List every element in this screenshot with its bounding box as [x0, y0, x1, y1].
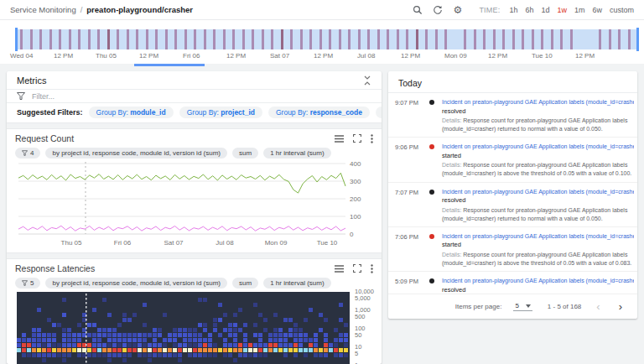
collapse-panel-icon[interactable] — [363, 75, 371, 86]
timeline-activity-bar — [444, 29, 447, 49]
incident-item: 9:06 PM Incident on preaton-playground G… — [388, 138, 637, 182]
suggested-filters-label: Suggested Filters: — [17, 108, 83, 117]
incident-status-dot — [429, 234, 434, 239]
incident-body: Incident on preaton-playground GAE Appli… — [442, 143, 634, 178]
x-axis-tick: Jul 08 — [216, 239, 234, 247]
request-count-chart[interactable]: 400 300 200 100 0 Thu 05 Fri 06 Sat 07 J… — [15, 160, 373, 251]
incident-status-word: resolved — [442, 196, 634, 205]
groupby-chip[interactable]: by project id, response code, module id,… — [45, 278, 227, 289]
incident-link[interactable]: Incident on preaton-playground GAE Appli… — [442, 143, 634, 152]
timeline-activity-bar — [416, 29, 418, 49]
timeline-right-handle[interactable] — [636, 28, 639, 51]
incident-link[interactable]: Incident on preaton-playground GAE Appli… — [442, 188, 634, 197]
y-axis-tick: 300 — [350, 178, 361, 185]
latency-heatmap[interactable]: 10,0005,0001,000500100501051 — [15, 292, 373, 364]
timeline-activity-bar — [367, 29, 370, 49]
time-range-1d[interactable]: 1d — [541, 6, 549, 14]
incident-item: 9:07 PM Incident on preaton-playground G… — [388, 93, 637, 138]
section-divider — [7, 122, 382, 129]
timeline-tick-label: Jul 08 — [357, 52, 375, 60]
timeline-activity-bar — [532, 29, 534, 49]
group-by-version-id-chip[interactable]: Group By: version_id — [376, 107, 382, 118]
refresh-icon[interactable] — [432, 4, 443, 15]
more-options-kebab-icon[interactable] — [371, 264, 373, 273]
search-icon[interactable] — [412, 4, 423, 15]
legend-list-icon[interactable] — [335, 135, 344, 143]
timeline-activity-bar — [628, 29, 631, 49]
fullscreen-icon[interactable] — [353, 134, 361, 143]
incidents-title: Today — [398, 78, 422, 88]
incident-status-dot — [429, 190, 434, 195]
timeline-activity-bar — [319, 29, 322, 49]
timeline-activity-bar — [397, 29, 399, 49]
filter-count-chip[interactable]: 4 — [15, 148, 40, 159]
more-options-kebab-icon[interactable] — [371, 134, 373, 143]
incident-dot-cell — [427, 277, 442, 294]
time-range-6h[interactable]: 6h — [525, 6, 533, 14]
time-range-custom[interactable]: custom — [610, 6, 634, 14]
timeline-activity-bar — [309, 29, 312, 49]
page-size-select[interactable]: 5 — [513, 302, 532, 311]
timeline-tick-label: 12 PM — [314, 52, 333, 60]
filter-count-chip[interactable]: 5 — [15, 278, 40, 289]
timeline-tick-label: 12 PM — [139, 52, 158, 60]
timeline-strip[interactable] — [15, 29, 639, 49]
breadcrumb-service-monitoring[interactable]: Service Monitoring — [10, 5, 76, 14]
aggregation-chip[interactable]: sum — [232, 278, 258, 289]
timeline-activity-bar — [281, 29, 283, 49]
timeline-activity-bar — [146, 29, 148, 49]
groupby-chip[interactable]: by project id, response code, module id,… — [45, 148, 227, 159]
y-axis-tick: 0 — [350, 231, 354, 238]
next-page-button[interactable]: › — [615, 301, 626, 312]
timeline-activity-bar — [502, 29, 505, 49]
time-range-1h[interactable]: 1h — [509, 6, 517, 14]
scroll-indicator[interactable] — [134, 64, 205, 66]
fullscreen-icon[interactable] — [353, 264, 361, 273]
metrics-title: Metrics — [17, 75, 46, 86]
timeline-activity-bar — [406, 29, 408, 49]
x-axis-tick: Thu 05 — [61, 239, 82, 247]
incident-time: 5:09 PM — [395, 277, 427, 294]
timeline-activity-bar — [271, 29, 273, 49]
interval-chip[interactable]: 1 hr interval (sum) — [263, 278, 330, 289]
settings-gear-icon[interactable]: ⚙ — [452, 4, 463, 15]
timeline-activity-bar — [358, 29, 361, 49]
incident-link[interactable]: Incident on preaton-playground GAE Appli… — [442, 277, 634, 286]
timeline-tick-label: 12 PM — [226, 52, 246, 60]
timeline-activity-bar — [464, 29, 466, 49]
timeline-activity-bar — [551, 29, 553, 49]
timeline-activity-bar — [493, 29, 496, 49]
time-range-1w-active[interactable]: 1w — [557, 6, 567, 14]
timeline-tick-label: 12 PM — [401, 52, 420, 60]
previous-page-button[interactable]: ‹ — [593, 301, 603, 312]
timeline-activity-bar — [213, 29, 216, 49]
aggregation-chip[interactable]: sum — [232, 148, 258, 159]
timeline-tick-label: 12 PM — [54, 52, 73, 60]
incident-item: 5:09 PM Incident on preaton-playground G… — [388, 272, 637, 294]
incident-details: Details: Response count for preaton-play… — [442, 161, 634, 178]
time-range-1m[interactable]: 1m — [574, 6, 585, 14]
time-range-selector: 1h 6h 1d 1w 1m 6w custom — [509, 6, 634, 14]
incident-body: Incident on preaton-playground GAE Appli… — [442, 98, 634, 133]
group-by-module-id-chip[interactable]: Group By: module_id — [89, 107, 174, 118]
metrics-filter-input[interactable] — [32, 92, 371, 101]
y-axis-tick: 400 — [350, 160, 361, 168]
timeline-activity-bar — [39, 29, 42, 49]
timeline-left-handle[interactable] — [15, 28, 18, 51]
timeline-activity-bar — [223, 29, 226, 49]
incident-link[interactable]: Incident on preaton-playground GAE Appli… — [442, 98, 634, 107]
group-by-response-code-chip[interactable]: Group By: response_code — [268, 107, 370, 118]
interval-chip[interactable]: 1 hr interval (sum) — [263, 148, 330, 159]
timeline-activity-bar — [107, 29, 110, 49]
top-bar: Service Monitoring / preaton-playground/… — [0, 0, 644, 20]
incident-status-word: resolved — [442, 107, 634, 117]
incident-link[interactable]: Incident on preaton-playground GAE Appli… — [442, 232, 634, 242]
timeline-activity-bar — [242, 29, 245, 49]
filter-funnel-icon — [17, 92, 25, 100]
timeline-tick-label: Fri 06 — [183, 52, 200, 60]
group-by-project-id-chip[interactable]: Group By: project_id — [179, 107, 262, 118]
legend-list-icon[interactable] — [335, 265, 344, 273]
topbar-actions: ⚙ TIME: 1h 6h 1d 1w 1m 6w custom — [412, 4, 634, 15]
time-range-6w[interactable]: 6w — [592, 6, 602, 14]
timeline-activity-bar — [483, 29, 486, 49]
